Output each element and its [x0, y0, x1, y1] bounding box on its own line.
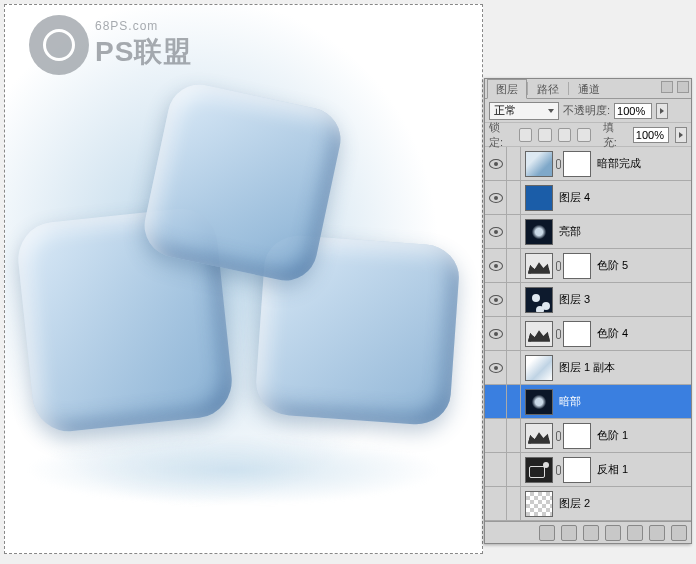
mask-link-icon[interactable]	[553, 423, 563, 449]
layer-row[interactable]: 色阶 4	[485, 317, 691, 351]
layer-thumbnail[interactable]	[525, 185, 553, 211]
layer-thumbnail[interactable]	[525, 287, 553, 313]
link-cell[interactable]	[507, 147, 521, 180]
layer-name[interactable]: 图层 2	[559, 496, 691, 511]
visibility-toggle[interactable]	[485, 283, 507, 316]
visibility-toggle[interactable]	[485, 215, 507, 248]
layer-row[interactable]: 暗部	[485, 385, 691, 419]
caret-right-icon	[660, 108, 664, 114]
visibility-toggle[interactable]	[485, 419, 507, 452]
new-layer-icon[interactable]	[649, 525, 665, 541]
link-cell[interactable]	[507, 181, 521, 214]
layer-mask-thumbnail[interactable]	[563, 457, 591, 483]
layer-thumbnail[interactable]	[525, 253, 553, 279]
layer-row[interactable]: 图层 4	[485, 181, 691, 215]
layer-name[interactable]: 图层 3	[559, 292, 691, 307]
mask-link-icon[interactable]	[553, 253, 563, 279]
layer-name[interactable]: 反相 1	[597, 462, 691, 477]
layer-thumbnail[interactable]	[525, 219, 553, 245]
visibility-toggle[interactable]	[485, 385, 507, 418]
layer-name[interactable]: 色阶 1	[597, 428, 691, 443]
layer-thumbnail[interactable]	[525, 423, 553, 449]
tab-channels[interactable]: 通道	[569, 79, 609, 98]
lock-transparency-icon[interactable]	[519, 128, 532, 142]
link-cell[interactable]	[507, 249, 521, 282]
lock-label: 锁定:	[489, 120, 513, 150]
delete-layer-icon[interactable]	[671, 525, 687, 541]
tab-layers[interactable]: 图层	[487, 79, 527, 99]
new-group-icon[interactable]	[627, 525, 643, 541]
blend-opacity-row: 正常 不透明度: 100%	[485, 99, 691, 123]
visibility-toggle[interactable]	[485, 249, 507, 282]
layer-name[interactable]: 暗部	[559, 394, 691, 409]
link-layers-icon[interactable]	[539, 525, 555, 541]
layer-thumbnail[interactable]	[525, 389, 553, 415]
link-cell[interactable]	[507, 317, 521, 350]
layer-row[interactable]: 色阶 1	[485, 419, 691, 453]
panel-close-icon[interactable]	[677, 81, 689, 93]
fill-input[interactable]: 100%	[633, 127, 670, 143]
layer-row[interactable]: 色阶 5	[485, 249, 691, 283]
canvas-background	[5, 5, 482, 553]
layer-row[interactable]: 图层 3	[485, 283, 691, 317]
layer-thumbnail[interactable]	[525, 457, 553, 483]
layer-mask-icon[interactable]	[583, 525, 599, 541]
visibility-toggle[interactable]	[485, 181, 507, 214]
mask-link-icon[interactable]	[553, 457, 563, 483]
watermark: 68PS.com PS联盟	[29, 15, 192, 75]
layers-panel: 图层 路径 通道 正常 不透明度: 100% 锁定: 填充: 100% 暗部完成…	[484, 78, 692, 544]
link-cell[interactable]	[507, 385, 521, 418]
layer-thumbnail[interactable]	[525, 355, 553, 381]
caret-right-icon	[679, 132, 683, 138]
fill-flyout-button[interactable]	[675, 127, 687, 143]
layer-name[interactable]: 色阶 4	[597, 326, 691, 341]
tab-paths[interactable]: 路径	[528, 79, 568, 98]
link-cell[interactable]	[507, 487, 521, 520]
blend-mode-select[interactable]: 正常	[489, 102, 559, 120]
adjustment-layer-icon[interactable]	[605, 525, 621, 541]
link-cell[interactable]	[507, 351, 521, 384]
visibility-toggle[interactable]	[485, 317, 507, 350]
layer-mask-thumbnail[interactable]	[563, 321, 591, 347]
layer-row[interactable]: 图层 2	[485, 487, 691, 521]
mask-link-icon[interactable]	[553, 321, 563, 347]
link-cell[interactable]	[507, 215, 521, 248]
watermark-url: 68PS.com	[95, 19, 192, 33]
lock-all-icon[interactable]	[577, 128, 590, 142]
visibility-toggle[interactable]	[485, 147, 507, 180]
layer-row[interactable]: 反相 1	[485, 453, 691, 487]
opacity-input[interactable]: 100%	[614, 103, 652, 119]
visibility-toggle[interactable]	[485, 453, 507, 486]
layers-list[interactable]: 暗部完成图层 4亮部色阶 5图层 3色阶 4图层 1 副本暗部色阶 1反相 1图…	[485, 147, 691, 521]
lock-position-icon[interactable]	[558, 128, 571, 142]
visibility-toggle[interactable]	[485, 487, 507, 520]
layer-name[interactable]: 暗部完成	[597, 156, 691, 171]
visibility-toggle[interactable]	[485, 351, 507, 384]
layer-mask-thumbnail[interactable]	[563, 151, 591, 177]
layer-row[interactable]: 亮部	[485, 215, 691, 249]
layer-thumbnail[interactable]	[525, 491, 553, 517]
lock-pixels-icon[interactable]	[538, 128, 551, 142]
link-cell[interactable]	[507, 453, 521, 486]
layer-name[interactable]: 亮部	[559, 224, 691, 239]
mask-link-icon[interactable]	[553, 151, 563, 177]
layer-thumbnail[interactable]	[525, 321, 553, 347]
layer-name[interactable]: 图层 4	[559, 190, 691, 205]
blend-mode-value: 正常	[494, 103, 516, 118]
link-cell[interactable]	[507, 283, 521, 316]
watermark-logo-icon	[29, 15, 89, 75]
layer-name[interactable]: 色阶 5	[597, 258, 691, 273]
document-canvas[interactable]: 68PS.com PS联盟	[4, 4, 483, 554]
layer-fx-icon[interactable]	[561, 525, 577, 541]
panel-collapse-icon[interactable]	[661, 81, 673, 93]
layer-thumbnail[interactable]	[525, 151, 553, 177]
panel-tabs: 图层 路径 通道	[485, 79, 691, 99]
layer-row[interactable]: 图层 1 副本	[485, 351, 691, 385]
watermark-brand: PS联盟	[95, 33, 192, 71]
link-cell[interactable]	[507, 419, 521, 452]
layer-name[interactable]: 图层 1 副本	[559, 360, 691, 375]
layer-row[interactable]: 暗部完成	[485, 147, 691, 181]
opacity-flyout-button[interactable]	[656, 103, 668, 119]
layer-mask-thumbnail[interactable]	[563, 423, 591, 449]
layer-mask-thumbnail[interactable]	[563, 253, 591, 279]
